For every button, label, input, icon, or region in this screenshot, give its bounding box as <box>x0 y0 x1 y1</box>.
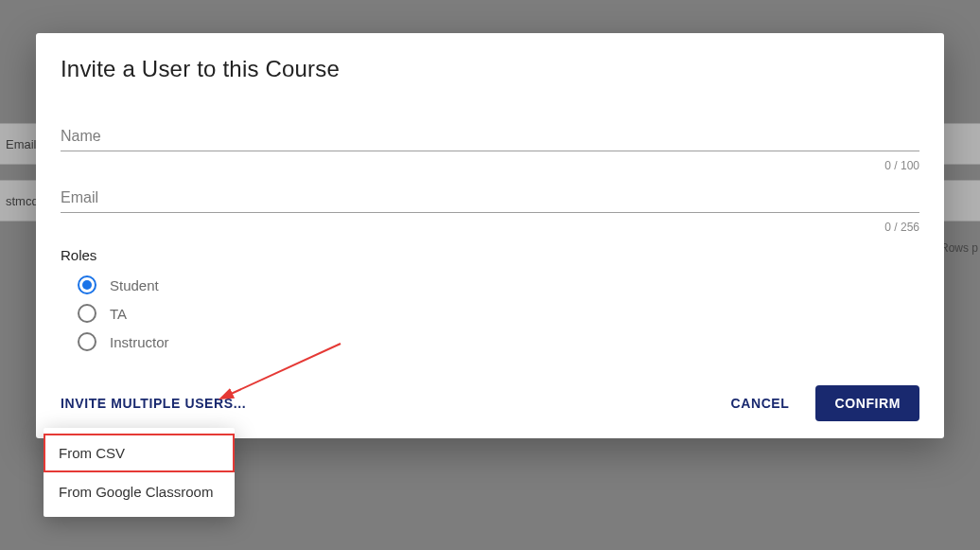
radio-icon <box>78 304 96 323</box>
role-student-label: Student <box>110 277 159 293</box>
name-input[interactable] <box>61 124 919 151</box>
dialog-footer: INVITE MULTIPLE USERS... CANCEL CONFIRM <box>61 385 919 421</box>
email-counter: 0 / 256 <box>61 221 919 234</box>
invite-multiple-menu: From CSV From Google Classroom <box>44 428 235 517</box>
confirm-button[interactable]: CONFIRM <box>815 385 919 421</box>
name-field <box>61 124 919 151</box>
radio-icon <box>78 275 96 294</box>
invite-multiple-users-button[interactable]: INVITE MULTIPLE USERS... <box>61 396 246 411</box>
email-input[interactable] <box>61 186 919 213</box>
dialog-title: Invite a User to this Course <box>61 56 919 82</box>
role-ta[interactable]: TA <box>61 299 919 328</box>
role-student[interactable]: Student <box>61 271 919 299</box>
role-ta-label: TA <box>110 306 127 322</box>
invite-user-dialog: Invite a User to this Course 0 / 100 0 /… <box>36 33 944 438</box>
roles-label: Roles <box>61 247 919 263</box>
cancel-button[interactable]: CANCEL <box>731 396 790 411</box>
menu-item-from-google-classroom[interactable]: From Google Classroom <box>44 472 235 511</box>
role-instructor[interactable]: Instructor <box>61 328 919 356</box>
role-instructor-label: Instructor <box>110 334 169 350</box>
email-field <box>61 186 919 213</box>
menu-item-from-csv[interactable]: From CSV <box>44 434 235 472</box>
radio-icon <box>78 332 96 351</box>
name-counter: 0 / 100 <box>61 159 919 172</box>
